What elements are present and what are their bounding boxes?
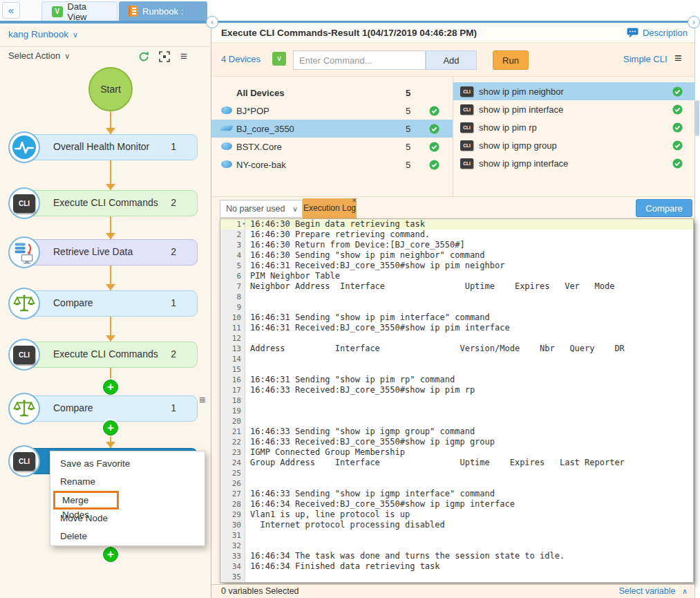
node-execute-cli-commands-2[interactable]: CLI Execute CLI Commands 2	[26, 342, 198, 368]
node-menu-icon[interactable]: ≡	[199, 395, 209, 405]
context-menu-item[interactable]: Merge Nodes	[53, 491, 119, 510]
node-compare-2[interactable]: Compare 1	[26, 395, 198, 422]
node-label: Execute CLI Commands	[53, 197, 158, 208]
log-text	[245, 541, 250, 551]
log-text: 16:46:30 Sending "show ip pim neighbor" …	[245, 250, 485, 261]
log-line: 5 16:46:31 Received:BJ_core_3550#show ip…	[220, 261, 693, 271]
context-menu-item[interactable]: Delete	[50, 527, 205, 545]
chevron-down-icon: ∨	[73, 30, 78, 39]
line-number: 17	[220, 385, 245, 395]
device-row[interactable]: BJ_core_3550 5	[211, 120, 453, 138]
add-node-button[interactable]: +	[103, 420, 118, 436]
log-text: 16:46:31 Received:BJ_core_3550#show ip p…	[245, 261, 504, 271]
select-variable-link[interactable]: Select variable ∧	[618, 586, 688, 596]
log-text	[245, 406, 250, 416]
add-node-button[interactable]: +	[103, 547, 118, 562]
command-input[interactable]	[293, 50, 426, 70]
node-label: Compare	[53, 402, 93, 413]
collapse-right-button[interactable]: ›	[688, 16, 700, 28]
line-number: 16	[220, 375, 245, 385]
flow-arrowhead	[106, 442, 115, 448]
all-devices-label: All Devices	[236, 88, 406, 98]
log-line: 24 Group Address Interface Uptime Expire…	[220, 458, 693, 468]
context-menu-item[interactable]: Move Node	[50, 510, 205, 527]
log-line: 10 16:46:31 Sending "show ip pim interfa…	[220, 312, 693, 323]
node-execute-cli-commands-1[interactable]: CLI Execute CLI Commands 2	[26, 190, 198, 216]
device-name: NY-core-bak	[236, 160, 406, 170]
description-link[interactable]: Description	[627, 28, 688, 38]
refresh-icon[interactable]	[137, 50, 151, 64]
line-number: 23	[220, 447, 245, 458]
node-retrieve-live-data[interactable]: Retrieve Live Data 2	[26, 239, 198, 265]
command-row[interactable]: CLI show ip pim interface	[453, 100, 694, 118]
node-count: 2	[171, 246, 176, 257]
line-number: 35	[220, 572, 245, 582]
log-text	[245, 416, 250, 427]
node-overall-health-monitor[interactable]: Overall Health Monitor 1	[26, 134, 198, 160]
compare-button[interactable]: Compare	[636, 199, 692, 217]
collapse-left-button[interactable]: ‹	[206, 16, 218, 28]
log-line: 26	[220, 478, 693, 489]
line-number: 31	[220, 530, 245, 541]
node-count: 1	[171, 402, 176, 413]
node-label: Overall Health Monitor	[53, 141, 149, 152]
line-number: 24	[220, 458, 245, 468]
monitor-icon	[8, 131, 40, 163]
collapse-panel-button[interactable]: «	[2, 2, 20, 19]
success-check-icon	[672, 104, 694, 115]
line-number: 15	[220, 364, 245, 375]
command-row[interactable]: CLI show ip pim rp	[453, 118, 694, 136]
close-icon[interactable]: ×	[352, 191, 357, 211]
device-row[interactable]: BSTX.Core 5	[211, 138, 453, 156]
log-text	[245, 333, 250, 344]
cli-icon: CLI	[8, 445, 40, 477]
tab-data-view[interactable]: V Data View	[41, 1, 117, 21]
device-command-panes: All Devices 5 BJ*POP 5	[211, 76, 694, 197]
devices-button[interactable]: 4 Devices	[221, 54, 261, 64]
devices-dropdown-icon[interactable]: ∨	[272, 52, 286, 66]
device-count: 5	[406, 106, 429, 116]
runbook-name-dropdown[interactable]: kang Runbook∨	[8, 29, 78, 39]
line-number: 9	[220, 302, 245, 312]
run-button[interactable]: Run	[493, 50, 529, 70]
log-text: 16:46:33 Received:BJ_core_3550#show ip p…	[245, 385, 475, 395]
device-row[interactable]: NY-core-bak 5	[211, 156, 453, 174]
add-node-button[interactable]: +	[103, 380, 118, 395]
collapse-marker-icon[interactable]: ▾	[243, 219, 245, 230]
scrollbar-track[interactable]	[694, 21, 700, 598]
start-node[interactable]: Start	[88, 67, 133, 111]
log-line: 35	[220, 572, 693, 582]
log-line: 8	[220, 292, 693, 302]
description-label: Description	[643, 28, 688, 38]
parser-dropdown[interactable]: No parser used∨	[220, 200, 303, 218]
log-text	[245, 468, 250, 478]
device-list: All Devices 5 BJ*POP 5	[211, 77, 453, 196]
all-devices-count: 5	[406, 88, 429, 98]
sidebar-menu-icon[interactable]: ≡	[177, 50, 191, 64]
device-row[interactable]: BJ*POP 5	[211, 102, 453, 120]
log-text: 16:46:31 Sending "show ip pim rp" comman…	[245, 375, 455, 385]
command-row[interactable]: CLI show ip pim neighbor	[453, 82, 694, 100]
action-row: Select Action∨ ≡	[0, 47, 211, 66]
tab-execution-log[interactable]: Execution Log×	[303, 198, 357, 218]
tab-runbook[interactable]: Runbook :	[119, 1, 207, 21]
command-row[interactable]: CLI show ip igmp group	[453, 136, 694, 154]
device-name: BJ_core_3550	[236, 124, 406, 134]
log-text: 16:46:30 Begin data retrieving task	[245, 219, 425, 230]
top-spacer	[211, 0, 700, 21]
cli-icon: CLI	[460, 158, 473, 169]
command-row[interactable]: CLI show ip igmp interface	[453, 154, 694, 172]
line-number: 28	[220, 499, 245, 510]
device-list-header[interactable]: All Devices 5	[211, 84, 453, 102]
scrollbar-thumb[interactable]	[695, 100, 699, 136]
node-compare-1[interactable]: Compare 1	[26, 290, 198, 317]
fit-to-screen-icon[interactable]	[158, 50, 171, 64]
context-menu-item[interactable]: Rename	[50, 473, 205, 491]
success-check-icon	[429, 106, 453, 116]
context-menu-item[interactable]: Save as Favorite	[50, 455, 205, 473]
cli-icon: CLI	[8, 187, 40, 219]
toolbar-menu-icon[interactable]: ≡	[674, 51, 682, 66]
simple-cli-link[interactable]: Simple CLI	[623, 54, 668, 64]
select-action-dropdown[interactable]: Select Action∨	[8, 50, 70, 61]
add-command-button[interactable]: Add	[426, 50, 477, 70]
